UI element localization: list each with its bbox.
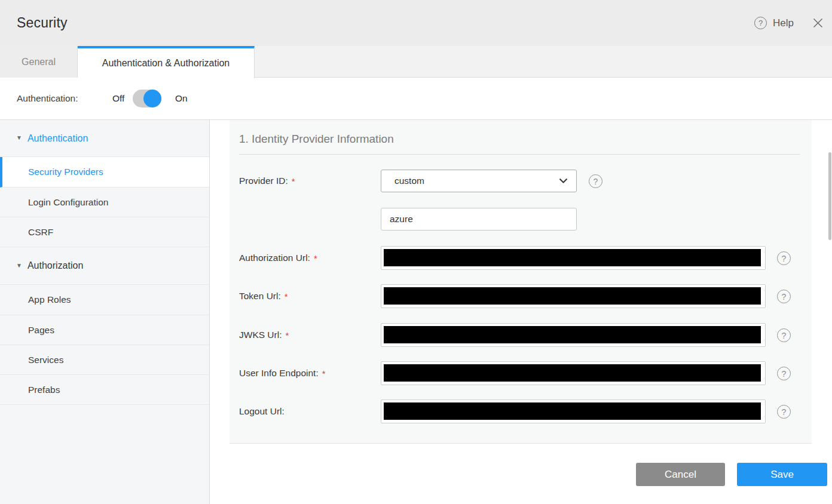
tab-bar: General Authentication & Authorization xyxy=(0,46,832,78)
toggle-on-label: On xyxy=(175,78,188,119)
sidebar-item-csrf[interactable]: CSRF xyxy=(0,217,209,247)
chevron-down-icon xyxy=(559,178,568,184)
jwks-url-input[interactable] xyxy=(381,323,766,347)
collapse-triangle-icon: ▼ xyxy=(16,134,22,141)
close-icon[interactable] xyxy=(812,17,824,29)
sidebar-item-prefabs[interactable]: Prefabs xyxy=(0,375,209,405)
authorization-url-label: Authorization Url: * xyxy=(239,246,377,270)
switch-knob xyxy=(143,90,161,107)
redacted-value-bar xyxy=(384,287,761,305)
token-url-help-icon[interactable]: ? xyxy=(777,290,791,303)
sidebar-group-label: Authorization xyxy=(27,260,83,271)
sidebar-item-security-providers[interactable]: Security Providers xyxy=(0,157,209,188)
tab-general[interactable]: General xyxy=(0,46,78,78)
logout-url-help-icon[interactable]: ? xyxy=(777,405,791,419)
vertical-scrollbar-thumb[interactable] xyxy=(828,152,831,240)
redacted-value-bar xyxy=(384,326,761,343)
required-asterisk: * xyxy=(314,253,317,263)
required-asterisk: * xyxy=(285,330,289,340)
sidebar-item-app-roles[interactable]: App Roles xyxy=(0,285,209,315)
identity-provider-panel: 1. Identity Provider Information Provide… xyxy=(230,120,812,444)
sidebar-group-label: Authentication xyxy=(27,133,88,144)
authorization-url-input[interactable] xyxy=(381,246,766,270)
jwks-url-help-icon[interactable]: ? xyxy=(777,328,791,342)
token-url-input[interactable] xyxy=(381,284,766,308)
header-actions: ? Help xyxy=(754,0,832,46)
authentication-toggle-row: Authentication: Off On xyxy=(0,78,832,120)
dialog-header: Security ? Help xyxy=(0,0,832,46)
section-divider xyxy=(239,154,800,155)
provider-id-select[interactable]: custom xyxy=(381,170,577,192)
redacted-value-bar xyxy=(384,249,761,266)
redacted-value-bar xyxy=(384,364,761,382)
section-title: 1. Identity Provider Information xyxy=(239,133,394,146)
jwks-url-label: JWKS Url: * xyxy=(239,323,377,347)
logout-url-input[interactable] xyxy=(381,399,766,423)
settings-sidebar: ▼ Authentication Security Providers Logi… xyxy=(0,120,210,504)
help-icon[interactable]: ? xyxy=(754,17,767,29)
sidebar-group-authentication[interactable]: ▼ Authentication xyxy=(0,120,209,157)
redacted-value-bar xyxy=(384,402,761,420)
collapse-triangle-icon: ▼ xyxy=(16,262,22,269)
cancel-button[interactable]: Cancel xyxy=(636,463,725,486)
authentication-toggle-label: Authentication: xyxy=(17,78,78,119)
authentication-switch[interactable] xyxy=(133,90,161,107)
sidebar-item-pages[interactable]: Pages xyxy=(0,315,209,345)
save-button[interactable]: Save xyxy=(737,463,827,486)
help-link[interactable]: Help xyxy=(773,17,794,29)
user-info-endpoint-input[interactable] xyxy=(381,361,766,385)
logout-url-label: Logout Url: xyxy=(239,399,377,423)
sidebar-item-login-configuration[interactable]: Login Configuration xyxy=(0,188,209,217)
page-title: Security xyxy=(17,15,68,31)
tab-authentication-authorization[interactable]: Authentication & Authorization xyxy=(78,46,255,78)
token-url-label: Token Url: * xyxy=(239,284,377,308)
user-info-endpoint-label: User Info Endpoint: * xyxy=(239,361,377,385)
user-info-endpoint-help-icon[interactable]: ? xyxy=(777,367,791,380)
provider-id-help-icon[interactable]: ? xyxy=(589,174,602,188)
sidebar-item-services[interactable]: Services xyxy=(0,345,209,375)
toggle-off-label: Off xyxy=(112,78,124,119)
provider-id-label: Provider ID: * xyxy=(239,170,377,192)
security-dialog: Security ? Help General Authentication &… xyxy=(0,0,832,504)
sidebar-group-authorization[interactable]: ▼ Authorization xyxy=(0,247,209,285)
provider-name-input[interactable] xyxy=(381,208,577,231)
required-asterisk: * xyxy=(292,176,295,186)
required-asterisk: * xyxy=(322,368,326,379)
required-asterisk: * xyxy=(285,291,288,302)
authorization-url-help-icon[interactable]: ? xyxy=(777,251,791,265)
